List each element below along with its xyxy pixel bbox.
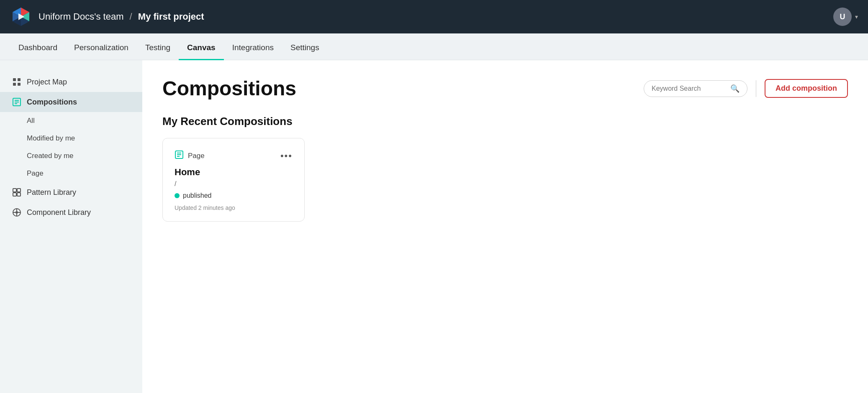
avatar[interactable]: U <box>833 8 852 26</box>
breadcrumb-separator: / <box>130 11 132 22</box>
card-path: / <box>175 180 293 188</box>
doc-icon <box>175 150 184 162</box>
sidebar-item-compositions[interactable]: Compositions <box>0 92 142 112</box>
project-name: My first project <box>138 11 204 22</box>
svg-rect-19 <box>17 193 21 196</box>
svg-rect-10 <box>13 83 16 86</box>
svg-rect-18 <box>13 193 16 196</box>
svg-rect-8 <box>13 78 16 81</box>
tab-settings[interactable]: Settings <box>282 43 328 60</box>
card-updated: Updated 2 minutes ago <box>175 204 293 211</box>
add-composition-button[interactable]: Add composition <box>765 79 848 98</box>
compositions-icon <box>12 97 22 107</box>
pattern-library-icon <box>12 187 22 197</box>
sidebar-sub-page[interactable]: Page <box>0 165 142 182</box>
main-layout: Project Map Compositions All Modified by… <box>0 60 868 393</box>
card-header: Page ••• <box>175 150 293 162</box>
vertical-divider <box>756 80 756 97</box>
component-library-icon <box>12 207 22 217</box>
logo[interactable] <box>10 6 32 28</box>
status-text: published <box>183 192 212 199</box>
sidebar-label-component-library: Component Library <box>27 208 91 217</box>
tab-personalization[interactable]: Personalization <box>66 43 137 60</box>
section-title: My Recent Compositions <box>162 115 848 128</box>
sidebar-item-pattern-library[interactable]: Pattern Library <box>0 182 142 202</box>
header-actions: 🔍 Add composition <box>644 79 848 98</box>
tab-dashboard[interactable]: Dashboard <box>10 43 66 60</box>
composition-card: Page ••• Home / published Updated 2 minu… <box>162 138 305 222</box>
sidebar: Project Map Compositions All Modified by… <box>0 60 142 393</box>
card-type: Page <box>175 150 205 162</box>
tab-testing[interactable]: Testing <box>137 43 179 60</box>
card-type-label: Page <box>188 152 205 160</box>
svg-rect-17 <box>17 189 21 192</box>
status-dot <box>175 193 180 198</box>
search-icon: 🔍 <box>730 84 740 93</box>
content-header: Compositions 🔍 Add composition <box>162 77 848 100</box>
svg-point-21 <box>15 211 18 214</box>
topbar-right: U ▾ <box>833 8 858 26</box>
card-menu-button[interactable]: ••• <box>280 151 293 161</box>
sidebar-label-compositions: Compositions <box>27 98 77 107</box>
card-status: published <box>175 192 293 199</box>
secondary-nav: Dashboard Personalization Testing Canvas… <box>0 33 868 60</box>
team-name: Uniform Docs's team <box>39 11 123 22</box>
search-input[interactable] <box>652 85 727 92</box>
svg-rect-16 <box>13 189 16 192</box>
sidebar-item-project-map[interactable]: Project Map <box>0 72 142 92</box>
sidebar-sub-all[interactable]: All <box>0 112 142 130</box>
search-box[interactable]: 🔍 <box>644 80 747 97</box>
main-content: Compositions 🔍 Add composition My Recent… <box>142 60 868 393</box>
project-map-icon <box>12 77 22 87</box>
sidebar-label-project-map: Project Map <box>27 78 67 87</box>
svg-rect-11 <box>18 83 21 86</box>
sidebar-sub-created-by-me[interactable]: Created by me <box>0 147 142 165</box>
topbar-left: Uniform Docs's team / My first project <box>10 6 204 28</box>
tab-integrations[interactable]: Integrations <box>224 43 282 60</box>
tab-canvas[interactable]: Canvas <box>179 43 224 60</box>
svg-rect-9 <box>18 78 21 81</box>
page-title: Compositions <box>162 77 296 100</box>
card-name: Home <box>175 167 293 178</box>
topbar-breadcrumb: Uniform Docs's team / My first project <box>39 11 204 22</box>
topbar: Uniform Docs's team / My first project U… <box>0 0 868 33</box>
sidebar-sub-modified-by-me[interactable]: Modified by me <box>0 130 142 147</box>
sidebar-item-component-library[interactable]: Component Library <box>0 202 142 222</box>
avatar-chevron-icon[interactable]: ▾ <box>855 13 858 20</box>
sidebar-label-pattern-library: Pattern Library <box>27 188 76 197</box>
